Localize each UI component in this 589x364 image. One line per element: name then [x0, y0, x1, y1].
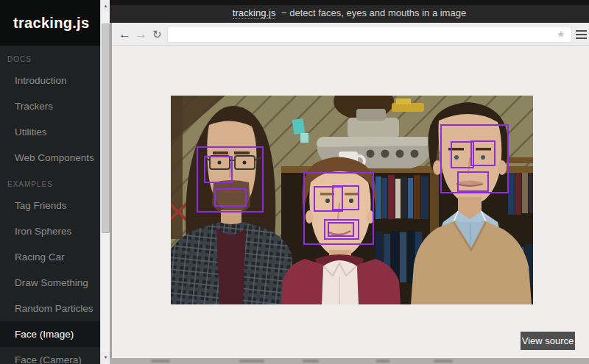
examples-heading: EXAMPLES [7, 180, 100, 188]
sidebar-item-iron-spheres[interactable]: Iron Spheres [0, 218, 100, 244]
sidebar-item-introduction[interactable]: Introduction [0, 68, 100, 93]
page-behind-strip [110, 358, 589, 364]
sidebar-item-tag-friends[interactable]: Tag Friends [0, 193, 100, 218]
refresh-icon[interactable]: ↻ [152, 23, 162, 46]
forward-icon: → [135, 23, 147, 46]
title-link[interactable]: tracking.js [233, 7, 276, 19]
sidebar-item-face-image[interactable]: Face (Image) [0, 321, 100, 347]
demo-frame: tracking.js − detect faces, eyes and mou… [110, 0, 589, 364]
demo-titlebar: tracking.js − detect faces, eyes and mou… [110, 0, 589, 23]
browser-toolbar: ← → ↻ ★ [112, 23, 589, 46]
view-source-button[interactable]: View source [521, 332, 575, 350]
sidebar-item-random-particles[interactable]: Random Particles [0, 296, 100, 321]
sidebar-scrollbar[interactable]: ▲ ▼ [100, 0, 110, 364]
sidebar-item-racing-car[interactable]: Racing Car [0, 244, 100, 270]
sidebar-item-web-components[interactable]: Web Components [0, 145, 100, 171]
page-title: − detect faces, eyes and mouths in a ima… [281, 7, 466, 18]
sidebar-item-trackers[interactable]: Trackers [0, 93, 100, 119]
sidebar-nav: DOCS Introduction Trackers Utilities Web… [0, 55, 100, 364]
url-input[interactable] [168, 26, 571, 42]
docs-heading: DOCS [7, 55, 100, 63]
back-icon[interactable]: ← [119, 23, 131, 46]
sidebar-item-draw-something[interactable]: Draw Something [0, 270, 100, 296]
detection-photo [171, 96, 533, 304]
sidebar: tracking.js DOCS Introduction Trackers U… [0, 0, 100, 364]
scrollbar-thumb[interactable] [102, 24, 110, 233]
demo-content: View source [112, 46, 589, 358]
sidebar-item-utilities[interactable]: Utilities [0, 119, 100, 145]
menu-icon[interactable] [576, 30, 587, 40]
bookmark-star-icon[interactable]: ★ [557, 23, 565, 46]
logo[interactable]: tracking.js [0, 0, 100, 46]
sidebar-item-face-camera[interactable]: Face (Camera) [0, 347, 100, 364]
